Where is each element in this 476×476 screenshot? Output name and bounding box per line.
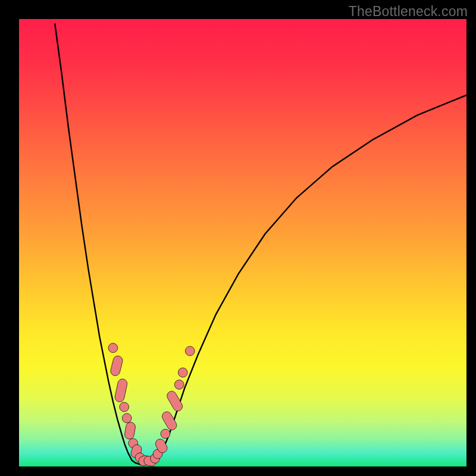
marker-circle xyxy=(174,380,184,389)
marker-circle xyxy=(122,414,131,423)
marker-circle xyxy=(185,346,195,356)
watermark-label: TheBottleneck.com xyxy=(349,4,468,20)
marker-circle xyxy=(108,343,118,353)
marker-capsule xyxy=(165,390,184,413)
marker-capsule xyxy=(109,355,124,377)
chart-canvas xyxy=(19,19,466,466)
marker-circle xyxy=(161,429,170,439)
marker-capsule xyxy=(114,378,129,403)
marker-circle xyxy=(178,368,187,377)
plot-area xyxy=(19,19,466,466)
outer-black-frame: TheBottleneck.com xyxy=(0,0,476,476)
data-markers xyxy=(108,343,195,466)
marker-capsule xyxy=(124,421,136,440)
marker-circle xyxy=(120,402,129,412)
